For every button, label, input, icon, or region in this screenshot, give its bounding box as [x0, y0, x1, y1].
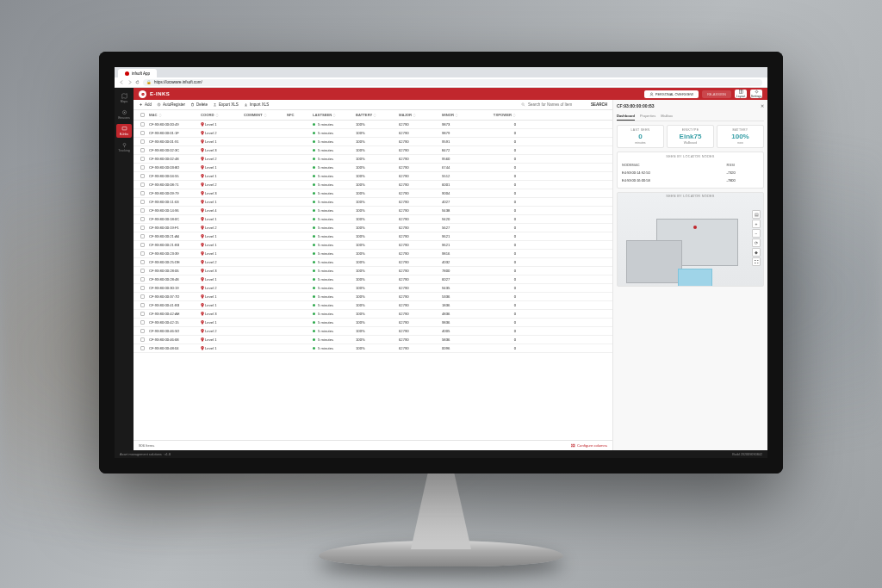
- svg-point-1: [123, 112, 124, 113]
- col-mac[interactable]: MAC: [147, 113, 199, 117]
- export-button[interactable]: Export XLS: [213, 102, 239, 107]
- row-checkbox[interactable]: [140, 234, 145, 238]
- table-row[interactable]: CF:93:80:00:21:B3Level 15 minutes100%627…: [134, 241, 612, 250]
- rail-item-einks[interactable]: E-Inks: [116, 124, 132, 138]
- table-row[interactable]: CF:93:80:00:08:71Level 25 minutes100%627…: [134, 181, 612, 189]
- row-checkbox[interactable]: [140, 208, 145, 213]
- configure-columns-button[interactable]: Configure columns: [571, 443, 607, 448]
- table-row[interactable]: CF:93:80:00:48:04Level 15 minutes100%627…: [134, 344, 612, 353]
- table-row[interactable]: CF:93:80:00:25:DELevel 25 minutes100%627…: [134, 258, 612, 267]
- row-checkbox[interactable]: [140, 165, 145, 170]
- rail-item-tracking[interactable]: Tracking: [116, 140, 132, 154]
- table-row[interactable]: CF:93:80:00:00:49Level 15 minutes100%627…: [134, 121, 612, 129]
- close-icon[interactable]: ✕: [761, 103, 764, 108]
- reload-icon[interactable]: [135, 80, 140, 84]
- row-checkbox[interactable]: [140, 122, 145, 127]
- url-field[interactable]: 🔒 https://locaware.infsoft.com/: [143, 79, 762, 86]
- table-row[interactable]: CF:93:80:00:04:55Level 15 minutes100%627…: [134, 172, 612, 181]
- row-checkbox[interactable]: [140, 157, 145, 161]
- table-row[interactable]: CF:93:80:00:23:39Level 15 minutes100%627…: [134, 250, 612, 258]
- table-row[interactable]: CF:93:80:00:02:48Level 25 minutes100%627…: [134, 155, 612, 164]
- rail-item-beacons[interactable]: Beacons: [116, 108, 132, 121]
- table-row[interactable]: CF:93:80:00:37:7DLevel 15 minutes100%627…: [134, 293, 612, 301]
- table-row[interactable]: CF:93:80:00:19:F1Level 25 minutes100%627…: [134, 224, 612, 232]
- row-checkbox[interactable]: [140, 191, 145, 195]
- select-all-checkbox[interactable]: [140, 113, 145, 117]
- org-button[interactable]: PERSONAL OVERVIEW: [644, 90, 699, 98]
- table-row[interactable]: CF:93:80:00:30:19Level 25 minutes100%627…: [134, 284, 612, 293]
- row-checkbox[interactable]: [140, 320, 145, 325]
- col-txpower[interactable]: TXPOWER: [483, 113, 518, 117]
- row-checkbox[interactable]: [140, 131, 145, 135]
- table-row[interactable]: CF:93:80:00:42:AELevel 35 minutes100%627…: [134, 310, 612, 319]
- row-checkbox[interactable]: [140, 277, 145, 282]
- col-nfc[interactable]: NFC: [285, 113, 311, 117]
- row-checkbox[interactable]: [140, 251, 145, 256]
- table-row[interactable]: CF:93:80:00:11:63Level 15 minutes100%627…: [134, 198, 612, 207]
- row-checkbox[interactable]: [140, 139, 145, 144]
- table-row[interactable]: CF:93:80:00:21:A6Level 15 minutes100%627…: [134, 232, 612, 241]
- row-checkbox[interactable]: [140, 303, 145, 307]
- row-checkbox[interactable]: [140, 294, 145, 299]
- map-layers-button[interactable]: ▤: [752, 210, 761, 219]
- col-coord[interactable]: COORD: [199, 113, 242, 117]
- table-row[interactable]: CF:93:80:00:42:15Level 15 minutes100%627…: [134, 319, 612, 327]
- map-zoom-out-button[interactable]: −: [752, 229, 761, 238]
- tab-dashboard[interactable]: Dashboard: [617, 112, 635, 121]
- rail-item-maps[interactable]: Maps: [116, 91, 132, 105]
- table-row[interactable]: CF:93:80:00:01:1FLevel 25 minutes100%627…: [134, 129, 612, 138]
- add-button[interactable]: Add: [139, 102, 152, 107]
- browser-tab[interactable]: infsoft App: [118, 69, 157, 77]
- row-checkbox[interactable]: [140, 174, 145, 178]
- status-dot-icon: [313, 261, 315, 263]
- cell-lastseen: 5 minutes: [311, 234, 354, 238]
- import-button[interactable]: Import XLS: [244, 102, 270, 107]
- map-zoom-in-button[interactable]: +: [752, 220, 761, 228]
- layout-button[interactable]: Layout: [735, 90, 747, 98]
- row-checkbox[interactable]: [140, 243, 145, 247]
- table-row[interactable]: CF:93:80:00:18:0CLevel 15 minutes100%627…: [134, 215, 612, 224]
- map-rotate-button[interactable]: ⟳: [752, 238, 761, 247]
- row-checkbox[interactable]: [140, 217, 145, 221]
- col-battery[interactable]: BATTERY: [354, 113, 397, 117]
- tab-mailbox[interactable]: Mailbox: [661, 112, 673, 121]
- row-checkbox[interactable]: [140, 346, 145, 350]
- search-input[interactable]: [528, 102, 588, 107]
- back-icon[interactable]: [120, 80, 124, 84]
- map-fullscreen-button[interactable]: ⛶: [752, 257, 761, 266]
- forward-icon[interactable]: [127, 80, 132, 84]
- col-comment[interactable]: COMMENT: [242, 113, 285, 117]
- table-row[interactable]: CF:93:80:00:28:06Level 35 minutes100%627…: [134, 267, 612, 275]
- delete-button[interactable]: Delete: [190, 102, 208, 107]
- row-checkbox[interactable]: [140, 260, 145, 264]
- table-row[interactable]: CF:93:80:00:46:68Level 15 minutes100%627…: [134, 336, 612, 344]
- table-row[interactable]: CF:93:80:00:09:79Level 35 minutes100%627…: [134, 189, 612, 198]
- col-lastseen[interactable]: LASTSEEN: [311, 113, 354, 117]
- row-checkbox[interactable]: [140, 329, 145, 333]
- col-major[interactable]: MAJOR: [397, 113, 440, 117]
- search-button[interactable]: SEARCH: [591, 102, 607, 107]
- table-row[interactable]: CF:93:80:00:14:96Level 45 minutes100%627…: [134, 207, 612, 215]
- autoregister-button[interactable]: AutoRegister: [157, 102, 185, 107]
- row-checkbox[interactable]: [140, 269, 145, 273]
- map-tilt-button[interactable]: ◆: [752, 248, 761, 257]
- table-row[interactable]: CF:93:80:00:03:8DLevel 15 minutes100%627…: [134, 164, 612, 172]
- row-checkbox[interactable]: [140, 200, 145, 204]
- row-checkbox[interactable]: [140, 226, 145, 230]
- row-checkbox[interactable]: [140, 286, 145, 290]
- row-checkbox[interactable]: [140, 183, 145, 187]
- table-row[interactable]: CF:93:80:00:02:3CLevel 35 minutes100%627…: [134, 146, 612, 155]
- row-checkbox[interactable]: [140, 148, 145, 152]
- row-checkbox[interactable]: [140, 337, 145, 342]
- table-row[interactable]: CF:93:80:00:41:B3Level 15 minutes100%627…: [134, 301, 612, 310]
- map-view[interactable]: SEEN BY LOCATOR NODES ▤ + −: [617, 192, 764, 287]
- table-row[interactable]: CF:93:80:00:46:5DLevel 25 minutes100%627…: [134, 327, 612, 336]
- row-checkbox[interactable]: [140, 312, 145, 316]
- table-row[interactable]: CF:93:80:00:28:48Level 15 minutes100%627…: [134, 275, 612, 284]
- settings-button[interactable]: Settings: [750, 90, 762, 98]
- cell-lastseen: 5 minutes: [311, 157, 354, 161]
- reassign-button[interactable]: RE-ASSIGN: [702, 90, 731, 98]
- tab-properties[interactable]: Properties: [640, 112, 655, 121]
- table-row[interactable]: CF:93:80:00:01:91Level 15 minutes100%627…: [134, 138, 612, 146]
- col-minor[interactable]: MINOR: [440, 113, 483, 117]
